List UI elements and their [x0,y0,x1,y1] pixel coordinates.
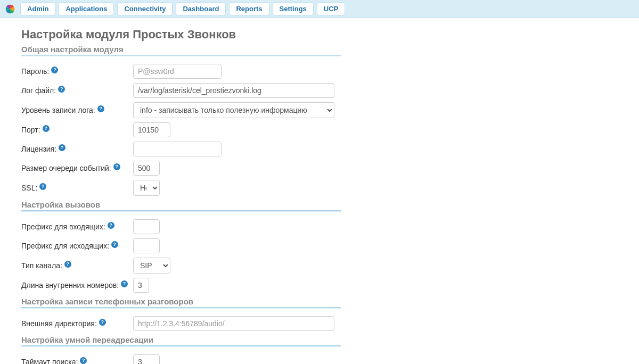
label-text: Лицензия: [21,145,56,153]
page-title: Настройка модуля Простых Звонков [21,28,458,42]
outgoing-prefix-label: Префикс для исходящих: ? [21,242,133,250]
help-icon[interactable]: ? [97,105,104,112]
queue-label: Размер очереди событий: ? [21,164,133,172]
password-input[interactable] [133,64,222,79]
help-icon[interactable]: ? [59,144,65,151]
nav-tabs: Admin Applications Connectivity Dashboar… [20,2,345,15]
ext-dir-input[interactable] [133,316,334,331]
label-text: Размер очереди событий: [21,164,111,172]
outgoing-prefix-input[interactable] [133,238,160,253]
section-heading-smart: Настройка умной переадресации [21,335,458,344]
nav-tab-dashboard[interactable]: Dashboard [176,2,226,15]
divider [21,55,341,56]
help-icon[interactable]: ? [80,357,87,364]
nav-tab-settings[interactable]: Settings [273,2,314,15]
label-text: Длина внутренних номеров: [21,281,119,289]
label-text: Тип канала: [21,261,62,270]
topbar: Admin Applications Connectivity Dashboar… [0,0,639,18]
help-icon[interactable]: ? [113,163,120,170]
port-input[interactable] [133,122,170,137]
loglevel-label: Уровень записи лога: ? [21,106,133,114]
help-icon[interactable]: ? [39,183,46,190]
ssl-select[interactable]: Нет [133,180,160,196]
section-heading-calls: Настройка вызовов [21,200,458,209]
nav-tab-reports[interactable]: Reports [229,2,269,15]
search-timeout-input[interactable] [133,354,160,364]
ext-len-input[interactable] [133,278,149,293]
nav-tab-connectivity[interactable]: Connectivity [117,2,173,15]
app-logo [4,3,16,15]
logfile-input[interactable] [133,83,334,98]
nav-tab-applications[interactable]: Applications [59,2,114,15]
help-icon[interactable]: ? [121,280,128,287]
port-label: Порт: ? [21,126,133,134]
label-text: Внешняя директория: [21,319,97,328]
help-icon[interactable]: ? [99,319,106,326]
incoming-prefix-label: Префикс для входящих: ? [21,222,133,231]
nav-tab-ucp[interactable]: UCP [317,2,345,15]
section-heading-recording: Настройка записи телефонных разговоров [21,297,458,306]
queue-input[interactable] [133,161,160,176]
divider [21,307,341,309]
logfile-label: Лог файл: ? [21,86,133,95]
help-icon[interactable]: ? [51,67,58,73]
ssl-label: SSL: ? [21,184,133,192]
ext-dir-label: Внешняя директория: ? [21,319,133,328]
nav-tab-admin[interactable]: Admin [20,2,55,15]
ext-len-label: Длина внутренних номеров: ? [21,281,133,289]
label-text: Префикс для исходящих: [21,242,109,250]
label-text: Префикс для входящих: [21,222,105,231]
help-icon[interactable]: ? [43,125,50,132]
label-text: Уровень записи лога: [21,106,95,114]
section-heading-general: Общая настройка модуля [21,45,458,54]
help-icon[interactable]: ? [64,261,71,268]
help-icon[interactable]: ? [108,222,114,229]
divider [21,210,341,212]
search-timeout-label: Таймаут поиска: ? [21,358,133,364]
channel-select[interactable]: SIP [133,258,170,274]
help-icon[interactable]: ? [58,86,65,93]
channel-label: Тип канала: ? [21,261,133,270]
license-input[interactable] [133,142,222,156]
label-text: Пароль: [21,67,49,76]
password-label: Пароль: ? [21,67,133,76]
label-text: Таймаут поиска: [21,358,78,364]
incoming-prefix-input[interactable] [133,219,160,234]
content: Настройка модуля Простых Звонков Общая н… [0,18,479,364]
label-text: SSL: [21,184,37,192]
label-text: Лог файл: [21,86,56,95]
license-label: Лицензия: ? [21,145,133,153]
divider [21,345,341,347]
loglevel-select[interactable]: info - записывать только полезную информ… [133,102,334,118]
help-icon[interactable]: ? [111,241,118,248]
label-text: Порт: [21,126,40,134]
